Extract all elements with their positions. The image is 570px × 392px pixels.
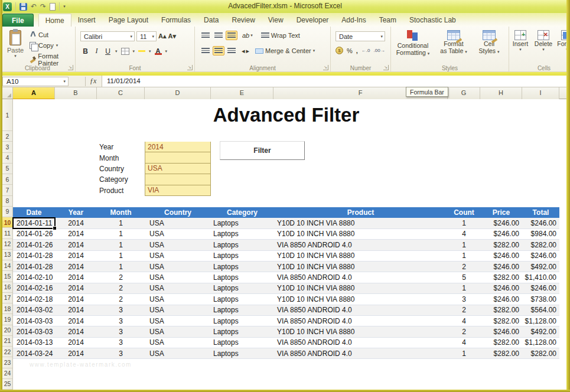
cell-year[interactable]: 2014 (55, 241, 97, 249)
row-header[interactable]: 19 (2, 314, 12, 325)
row-header[interactable]: 18 (2, 303, 12, 314)
cell-count[interactable]: 4 (448, 317, 480, 325)
cell-year[interactable]: 2014 (55, 306, 97, 314)
copy-button[interactable]: Copy ▾ (30, 42, 58, 49)
column-header[interactable]: I (522, 87, 559, 99)
format-cells-button[interactable]: Format ▾ (555, 27, 570, 63)
cell-count[interactable]: 2 (448, 328, 480, 336)
cell-month[interactable]: 3 (97, 338, 145, 347)
cell-date[interactable]: 2014-03-03 (13, 328, 55, 336)
cell-styles-button[interactable]: Cell Styles ▾ (473, 27, 506, 63)
cell-year[interactable]: 2014 (55, 317, 97, 325)
cell-price[interactable]: $282.00 (480, 306, 522, 314)
row-header[interactable]: 11 (2, 228, 12, 239)
row-header[interactable]: 16 (2, 282, 12, 293)
row-header[interactable]: 20 (2, 325, 12, 336)
cell-product[interactable]: Y10D 10 INCH VIA 8880 (273, 295, 448, 303)
insert-cells-button[interactable]: + Insert ▾ (509, 27, 532, 63)
ribbon-tab[interactable]: Formulas (155, 14, 197, 27)
cell-country[interactable]: USA (145, 306, 211, 314)
select-all-corner[interactable] (2, 87, 13, 99)
cell-country[interactable]: USA (145, 263, 211, 271)
delete-cells-button[interactable]: ✕ Delete ▾ (532, 27, 555, 63)
new-document-icon[interactable] (50, 3, 56, 11)
number-dialog-launcher-icon[interactable]: ↘ (383, 65, 389, 70)
cell-country[interactable]: USA (145, 317, 211, 325)
cell-date[interactable]: 2014-03-02 (13, 306, 55, 314)
cell-country[interactable]: USA (145, 241, 211, 249)
cell-price[interactable]: $282.00 (480, 273, 522, 282)
bold-button[interactable]: B (82, 47, 89, 55)
fx-icon[interactable]: ƒx (90, 77, 96, 86)
cell-month[interactable]: 3 (97, 317, 145, 325)
column-header[interactable]: H (480, 87, 522, 99)
row-header[interactable]: 7 (2, 185, 12, 195)
cell-date[interactable]: 2014-02-18 (13, 295, 55, 303)
cell-product[interactable]: VIA 8850 ANDROID 4.0 (273, 317, 448, 325)
cell-count[interactable]: 4 (448, 230, 480, 238)
cell-price[interactable]: $246.00 (480, 263, 522, 271)
cell-product[interactable]: Y10D 10 INCH VIA 8880 (273, 328, 448, 336)
cell-total[interactable]: $282.00 (522, 349, 559, 358)
cell-total[interactable]: $564.00 (522, 306, 559, 314)
table-header-cell[interactable]: Month (97, 208, 145, 217)
table-header-cell[interactable]: Count (448, 208, 480, 217)
tab-file[interactable]: File (2, 14, 34, 27)
filter-field-input[interactable]: USA (145, 164, 211, 174)
cell-month[interactable]: 2 (97, 295, 145, 303)
cell-price[interactable]: $246.00 (480, 284, 522, 292)
cell-product[interactable]: Y10D 10 INCH VIA 8880 (273, 251, 448, 260)
ribbon-tab[interactable]: Review (225, 14, 261, 27)
ribbon-tab[interactable]: Team (373, 14, 403, 27)
cell-month[interactable]: 1 (97, 230, 145, 238)
number-format-select[interactable]: Date▾ (336, 31, 385, 41)
ribbon-tab[interactable]: Add-Ins (335, 14, 372, 27)
cell-total[interactable]: $246.00 (522, 284, 559, 292)
cell-price[interactable]: $282.00 (480, 338, 522, 347)
cell-product[interactable]: Y10D 10 INCH VIA 8880 (273, 263, 448, 271)
cell-count[interactable]: 1 (448, 241, 480, 249)
ribbon-tab[interactable]: View (262, 14, 290, 27)
cell-category[interactable]: Laptops (211, 251, 273, 260)
increase-indent-button[interactable]: ▸ (246, 47, 250, 55)
row-header[interactable]: 4 (2, 153, 12, 164)
table-header-cell[interactable]: Year (55, 208, 97, 217)
align-left-button[interactable] (200, 46, 211, 55)
comma-style-button[interactable]: , (356, 47, 358, 54)
cell-category[interactable]: Laptops (211, 219, 273, 227)
table-header-cell[interactable]: Price (480, 208, 522, 217)
font-dialog-launcher-icon[interactable]: ↘ (187, 65, 193, 70)
italic-button[interactable]: I (93, 47, 100, 55)
cell-product[interactable]: Y10D 10 INCH VIA 8880 (273, 284, 448, 292)
cell-total[interactable]: $246.00 (522, 219, 559, 227)
cell-category[interactable]: Laptops (211, 263, 273, 271)
cell-month[interactable]: 2 (97, 284, 145, 292)
row-header[interactable]: 13 (2, 250, 12, 260)
filter-field-input[interactable]: VIA (145, 185, 211, 196)
row-header[interactable]: 1 (2, 99, 12, 131)
orientation-button[interactable]: ab (242, 32, 249, 39)
row-header[interactable]: 25 (2, 379, 12, 390)
cell-product[interactable]: VIA 8850 ANDROID 4.0 (273, 349, 448, 358)
align-top-button[interactable] (200, 31, 211, 40)
save-icon[interactable] (19, 3, 27, 11)
row-header[interactable]: 23 (2, 357, 12, 368)
column-header[interactable]: D (145, 87, 211, 99)
cell-month[interactable]: 3 (97, 328, 145, 336)
table-header-cell[interactable]: Category (211, 208, 273, 217)
row-header[interactable]: 5 (2, 164, 12, 174)
decrease-decimal-button[interactable]: .00→ (374, 48, 385, 53)
cell-price[interactable]: $246.00 (480, 230, 522, 238)
table-header-cell[interactable]: Total (522, 208, 559, 217)
cell-country[interactable]: USA (145, 230, 211, 238)
cell-product[interactable]: Y10D 10 INCH VIA 8880 (273, 219, 448, 227)
cell-count[interactable]: 1 (448, 284, 480, 292)
cell-year[interactable]: 2014 (55, 295, 97, 303)
cell-total[interactable]: $246.00 (522, 251, 559, 260)
ribbon-tab[interactable]: Page Layout (102, 14, 155, 27)
cell-date[interactable]: 2014-03-24 (13, 349, 55, 358)
cell-total[interactable]: $492.00 (522, 263, 559, 271)
cell-date[interactable]: 2014-02-16 (13, 284, 55, 292)
cell-product[interactable]: Y10D 10 INCH VIA 8880 (273, 230, 448, 238)
cell-year[interactable]: 2014 (55, 273, 97, 282)
